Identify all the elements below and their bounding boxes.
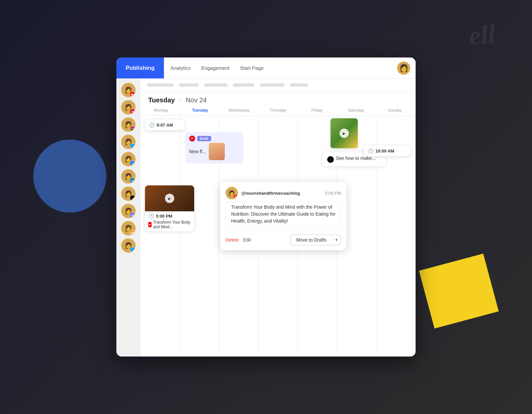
mastodon-badge: M bbox=[130, 212, 136, 218]
monday-video-info: 🕐 5:00 PM ▶ Transform Your Body and Mind… bbox=[145, 211, 194, 231]
header-nav: Analytics Engagement Start Page bbox=[164, 64, 397, 72]
friday-thumbnail[interactable]: ▶ bbox=[331, 118, 358, 148]
calendar-area: Tuesday · Nov 24 Monday Tuesday Wednesda… bbox=[140, 79, 416, 357]
day-wednesday: Wednesday bbox=[219, 107, 258, 114]
clipboard-badge: 📋 bbox=[130, 230, 136, 236]
youtube-badge: ▶ bbox=[130, 91, 136, 97]
monday-morning-card[interactable]: 🕐 9:07 AM bbox=[145, 120, 185, 130]
bg-scribble-decoration: ell bbox=[467, 19, 497, 52]
filter-bar bbox=[140, 79, 416, 92]
sidebar-account-linkedin[interactable]: 👩 in bbox=[121, 169, 136, 184]
monday-pm-time: 🕐 5:00 PM bbox=[148, 213, 191, 219]
filter-pill-3 bbox=[204, 83, 227, 87]
sidebar-account-youtube[interactable]: 👩 ▶ bbox=[121, 83, 136, 97]
main-content: 👩 ▶ 👩 P 👩 📷 👩 🐦 👩 f bbox=[116, 79, 416, 357]
delete-button[interactable]: Delete bbox=[225, 237, 239, 243]
monday-morning-time: 🕐 9:07 AM bbox=[149, 122, 181, 128]
tiktok-icon: ♪ bbox=[327, 156, 334, 163]
analytics-nav[interactable]: Analytics bbox=[171, 64, 191, 72]
popup-yt-badge: ▶ bbox=[233, 194, 238, 199]
filter-pill-4 bbox=[233, 83, 254, 87]
sidebar-account-clipboard[interactable]: 👩 📋 bbox=[121, 221, 136, 236]
date-month: Nov 24 bbox=[186, 96, 206, 104]
calendar-body: 🕐 9:07 AM P Draft New fl... bbox=[140, 115, 416, 357]
popup-header: 👩 ▶ @nourishandthrivecoaching 5:00 PM bbox=[220, 182, 346, 202]
twitter-badge: 🐦 bbox=[130, 143, 136, 149]
date-header: Tuesday · Nov 24 bbox=[140, 92, 416, 107]
play-button-friday[interactable]: ▶ bbox=[339, 129, 349, 138]
pinterest-icon-draft: P bbox=[189, 136, 195, 142]
sidebar-account-twitter2[interactable]: 👩 🐦 bbox=[121, 238, 136, 253]
user-avatar[interactable]: 👩 bbox=[397, 61, 410, 75]
current-day: Tuesday bbox=[148, 96, 175, 104]
filter-pill-6 bbox=[290, 83, 308, 87]
day-tuesday: Tuesday bbox=[181, 107, 219, 114]
avatar-emoji: 👩 bbox=[399, 64, 408, 72]
draft-text: New fl... bbox=[189, 149, 206, 154]
facebook-badge: f bbox=[130, 160, 136, 166]
engagement-nav[interactable]: Engagement bbox=[201, 64, 229, 72]
saturday-morning-card[interactable]: 🕐 10:00 AM bbox=[364, 146, 410, 156]
col-monday bbox=[140, 116, 180, 357]
play-button-monday[interactable]: ▶ bbox=[165, 194, 174, 203]
popup-avatar: 👩 ▶ bbox=[225, 187, 238, 199]
sidebar-account-pinterest[interactable]: 👩 P bbox=[121, 100, 136, 115]
popup-time: 5:00 PM bbox=[325, 191, 341, 196]
instagram-badge: 📷 bbox=[130, 126, 136, 132]
monday-video-thumbnail: ▶ bbox=[145, 185, 194, 211]
monday-video-caption-row: ▶ Transform Your Body and Mind... bbox=[148, 220, 191, 229]
monday-evening-card[interactable]: ▶ 🕐 5:00 PM ▶ Transform Your Body and Mi… bbox=[145, 185, 194, 231]
move-to-drafts-button[interactable]: Move to Drafts bbox=[291, 234, 332, 246]
day-thursday: Thursday bbox=[258, 107, 297, 114]
sidebar-account-tiktok[interactable]: 👩 ♪ bbox=[121, 186, 136, 201]
monday-video-caption: Transform Your Body and Mind... bbox=[153, 220, 191, 229]
sidebar: 👩 ▶ 👩 P 👩 📷 👩 🐦 👩 f bbox=[116, 79, 140, 357]
tuesday-draft-card[interactable]: P Draft New fl... bbox=[185, 132, 243, 163]
filter-pill-1 bbox=[147, 83, 174, 87]
tiktok-content: ♪ See how to make... bbox=[327, 155, 381, 163]
day-friday: Friday bbox=[298, 107, 336, 114]
yt-icon-monday: ▶ bbox=[148, 222, 152, 227]
edit-button[interactable]: Edit bbox=[243, 237, 251, 243]
day-sunday: Sunday bbox=[375, 107, 414, 114]
draft-badge: Draft bbox=[197, 136, 211, 141]
day-saturday: Saturday bbox=[336, 107, 375, 114]
monday-am-time-text: 9:07 AM bbox=[157, 123, 173, 128]
post-detail-popup: 👩 ▶ @nourishandthrivecoaching 5:00 PM Tr… bbox=[220, 182, 346, 250]
saturday-morning-time: 🕐 10:00 AM bbox=[368, 148, 406, 154]
clock-icon-saturday: 🕐 bbox=[368, 148, 373, 154]
date-separator: · bbox=[179, 96, 181, 104]
app-header: Publishing Analytics Engagement Start Pa… bbox=[116, 57, 416, 79]
app-window: Publishing Analytics Engagement Start Pa… bbox=[116, 57, 416, 357]
draft-content: New fl... bbox=[189, 143, 239, 160]
tiktok-badge: ♪ bbox=[130, 195, 136, 201]
bg-circle-decoration bbox=[33, 140, 106, 213]
bg-yellow-decoration bbox=[419, 254, 499, 329]
popup-body: Transform Your Body and Mind with the Po… bbox=[225, 202, 341, 230]
draft-header: P Draft bbox=[189, 136, 239, 142]
drafts-dropdown-button[interactable]: ▾ bbox=[332, 235, 341, 245]
twitter2-badge: 🐦 bbox=[130, 247, 136, 253]
sidebar-account-mastodon[interactable]: 👩 M bbox=[121, 204, 136, 218]
move-to-drafts-container: Move to Drafts ▾ bbox=[291, 234, 341, 246]
day-monday: Monday bbox=[142, 107, 181, 114]
saturday-time-text: 10:00 AM bbox=[375, 149, 394, 154]
friday-tiktok-text: See how to make... bbox=[336, 155, 376, 161]
monday-pm-time-text: 5:00 PM bbox=[156, 214, 172, 219]
clock-icon-monday-am: 🕐 bbox=[149, 122, 155, 128]
filter-pill-2 bbox=[179, 83, 199, 87]
publishing-label: Publishing bbox=[126, 65, 155, 71]
linkedin-badge: in bbox=[130, 178, 136, 184]
sidebar-account-twitter[interactable]: 👩 🐦 bbox=[121, 135, 136, 149]
publishing-tab[interactable]: Publishing bbox=[116, 57, 164, 78]
sidebar-account-instagram[interactable]: 👩 📷 bbox=[121, 117, 136, 132]
pinterest-badge: P bbox=[130, 109, 136, 115]
clock-icon-monday-pm: 🕐 bbox=[148, 213, 154, 219]
day-headers: Monday Tuesday Wednesday Thursday Friday… bbox=[140, 107, 416, 114]
draft-image bbox=[209, 143, 225, 160]
popup-username: @nourishandthrivecoaching bbox=[241, 191, 322, 196]
filter-pill-5 bbox=[260, 83, 285, 87]
start-page-nav[interactable]: Start Page bbox=[240, 64, 264, 72]
sidebar-account-facebook[interactable]: 👩 f bbox=[121, 152, 136, 166]
popup-actions: Delete Edit Move to Drafts ▾ bbox=[220, 230, 346, 250]
